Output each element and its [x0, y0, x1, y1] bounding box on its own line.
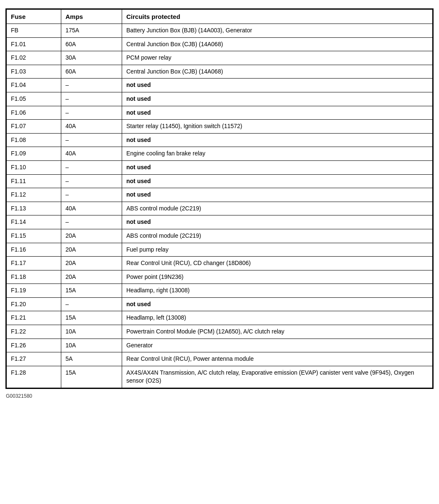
cell-fuse: F1.04 — [7, 79, 61, 92]
fuse-table: Fuse Amps Circuits protected FB175ABatte… — [6, 9, 433, 388]
header-amps: Amps — [61, 10, 122, 24]
table-row: F1.10–not used — [7, 160, 433, 174]
cell-amps: 20A — [61, 270, 122, 284]
cell-amps: 20A — [61, 257, 122, 270]
cell-circuits: Central Junction Box (CJB) (14A068) — [122, 65, 433, 79]
cell-circuits: not used — [122, 215, 433, 229]
cell-circuits: not used — [122, 79, 433, 92]
cell-circuits: not used — [122, 106, 433, 120]
cell-amps: 10A — [61, 339, 122, 352]
cell-fuse: F1.11 — [7, 174, 61, 188]
cell-fuse: F1.18 — [7, 270, 61, 284]
cell-fuse: F1.02 — [7, 51, 61, 65]
table-row: F1.0940AEngine cooling fan brake relay — [7, 147, 433, 161]
cell-circuits: Headlamp, right (13008) — [122, 284, 433, 298]
cell-amps: – — [61, 160, 122, 174]
cell-amps: 15A — [61, 284, 122, 298]
cell-fuse: F1.16 — [7, 243, 61, 257]
cell-circuits: Rear Control Unit (RCU), CD changer (18D… — [122, 257, 433, 270]
cell-circuits: not used — [122, 133, 433, 147]
cell-fuse: F1.26 — [7, 339, 61, 352]
table-row: F1.1340AABS control module (2C219) — [7, 202, 433, 215]
table-row: F1.0740AStarter relay (11450), Ignition … — [7, 120, 433, 134]
cell-amps: 60A — [61, 65, 122, 79]
cell-circuits: Starter relay (11450), Ignition switch (… — [122, 120, 433, 134]
cell-fuse: F1.17 — [7, 257, 61, 270]
cell-amps: 30A — [61, 51, 122, 65]
cell-fuse: F1.14 — [7, 215, 61, 229]
table-row: F1.20–not used — [7, 297, 433, 311]
cell-fuse: F1.19 — [7, 284, 61, 298]
cell-circuits: not used — [122, 297, 433, 311]
table-row: F1.06–not used — [7, 106, 433, 120]
cell-fuse: F1.07 — [7, 120, 61, 134]
cell-fuse: F1.06 — [7, 106, 61, 120]
table-row: F1.1820APower point (19N236) — [7, 270, 433, 284]
table-row: F1.2610AGenerator — [7, 339, 433, 352]
table-row: F1.0160ACentral Junction Box (CJB) (14A0… — [7, 37, 433, 51]
cell-circuits: Power point (19N236) — [122, 270, 433, 284]
cell-amps: 20A — [61, 229, 122, 243]
cell-fuse: F1.05 — [7, 92, 61, 106]
cell-fuse: FB — [7, 24, 61, 38]
cell-circuits: Fuel pump relay — [122, 243, 433, 257]
cell-amps: 175A — [61, 24, 122, 38]
cell-fuse: F1.08 — [7, 133, 61, 147]
cell-amps: 10A — [61, 325, 122, 339]
cell-amps: 60A — [61, 37, 122, 51]
cell-circuits: Central Junction Box (CJB) (14A068) — [122, 37, 433, 51]
table-row: F1.2815AAX4S/AX4N Transmission, A/C clut… — [7, 366, 433, 388]
table-row: F1.11–not used — [7, 174, 433, 188]
cell-fuse: F1.28 — [7, 366, 61, 388]
table-row: F1.1620AFuel pump relay — [7, 243, 433, 257]
cell-circuits: AX4S/AX4N Transmission, A/C clutch relay… — [122, 366, 433, 388]
cell-circuits: not used — [122, 160, 433, 174]
cell-circuits: Engine cooling fan brake relay — [122, 147, 433, 161]
cell-amps: – — [61, 297, 122, 311]
cell-fuse: F1.22 — [7, 325, 61, 339]
cell-amps: – — [61, 174, 122, 188]
cell-amps: 40A — [61, 202, 122, 215]
cell-fuse: F1.01 — [7, 37, 61, 51]
table-row: F1.2210APowertrain Control Module (PCM) … — [7, 325, 433, 339]
cell-circuits: Generator — [122, 339, 433, 352]
cell-circuits: not used — [122, 92, 433, 106]
cell-circuits: not used — [122, 188, 433, 202]
table-row: F1.0230APCM power relay — [7, 51, 433, 65]
cell-amps: 5A — [61, 352, 122, 366]
cell-amps: – — [61, 215, 122, 229]
cell-circuits: not used — [122, 174, 433, 188]
cell-amps: 15A — [61, 366, 122, 388]
cell-fuse: F1.27 — [7, 352, 61, 366]
cell-amps: 40A — [61, 120, 122, 134]
header-circuits: Circuits protected — [122, 10, 433, 24]
cell-fuse: F1.21 — [7, 311, 61, 325]
table-row: F1.2115AHeadlamp, left (13008) — [7, 311, 433, 325]
table-row: F1.1915AHeadlamp, right (13008) — [7, 284, 433, 298]
cell-fuse: F1.20 — [7, 297, 61, 311]
cell-amps: 40A — [61, 147, 122, 161]
cell-fuse: F1.12 — [7, 188, 61, 202]
table-row: FB175ABattery Junction Box (BJB) (14A003… — [7, 24, 433, 38]
cell-fuse: F1.03 — [7, 65, 61, 79]
table-row: F1.1720ARear Control Unit (RCU), CD chan… — [7, 257, 433, 270]
table-row: F1.12–not used — [7, 188, 433, 202]
cell-amps: – — [61, 79, 122, 92]
cell-amps: – — [61, 106, 122, 120]
footnote: G00321580 — [6, 393, 435, 399]
cell-amps: 15A — [61, 311, 122, 325]
cell-fuse: F1.15 — [7, 229, 61, 243]
table-row: F1.04–not used — [7, 79, 433, 92]
cell-circuits: Headlamp, left (13008) — [122, 311, 433, 325]
cell-circuits: ABS control module (2C219) — [122, 229, 433, 243]
cell-amps: – — [61, 133, 122, 147]
table-row: F1.14–not used — [7, 215, 433, 229]
cell-fuse: F1.09 — [7, 147, 61, 161]
cell-circuits: Rear Control Unit (RCU), Power antenna m… — [122, 352, 433, 366]
cell-circuits: PCM power relay — [122, 51, 433, 65]
table-row: F1.08–not used — [7, 133, 433, 147]
cell-fuse: F1.13 — [7, 202, 61, 215]
table-header-row: Fuse Amps Circuits protected — [7, 10, 433, 24]
fuse-table-container: Fuse Amps Circuits protected FB175ABatte… — [5, 8, 434, 389]
cell-circuits: Battery Junction Box (BJB) (14A003), Gen… — [122, 24, 433, 38]
